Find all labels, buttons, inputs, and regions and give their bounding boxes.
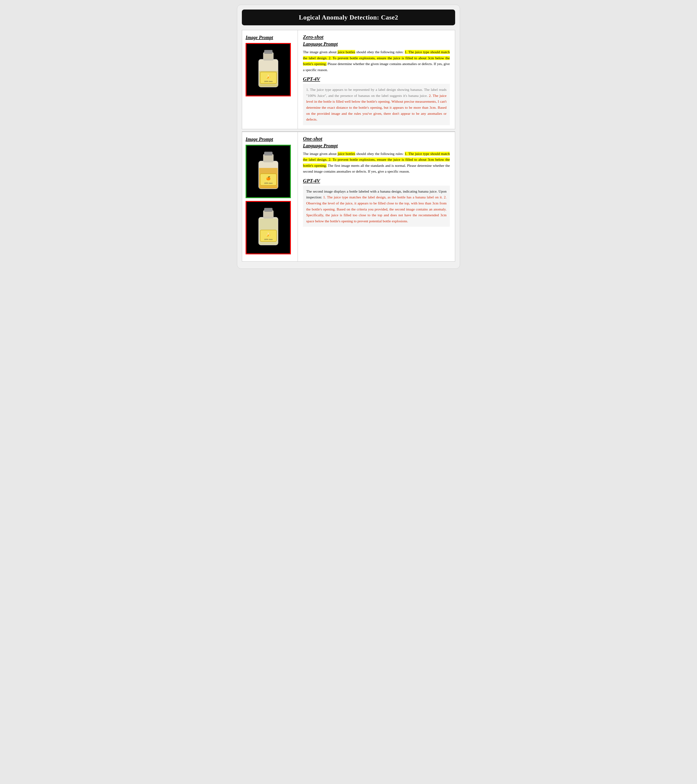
left-col-2: Image Prompt 🍊 xyxy=(242,132,298,261)
prompt-text-2: The image given about juice bottles shou… xyxy=(303,151,450,175)
svg-rect-5 xyxy=(259,85,278,87)
one-shot-label: One-shot xyxy=(303,136,450,142)
bottle-svg-2a: 🍊 100% Juice xyxy=(250,147,287,196)
bottle-image-1: 🍌 100% Juice xyxy=(246,43,291,96)
svg-text:100% Juice: 100% Juice xyxy=(264,239,272,240)
bottle-image-2a: 🍊 100% Juice xyxy=(246,145,291,198)
svg-text:🍌: 🍌 xyxy=(266,74,271,79)
page-title: Logical Anomaly Detection: Case2 xyxy=(249,14,448,21)
svg-rect-14 xyxy=(264,152,272,155)
right-col-2: One-shot Language Prompt The image given… xyxy=(298,132,455,261)
prompt-highlight-juice-2: juice bottles xyxy=(338,152,355,156)
prompt-middle-2: should obey the following rules: xyxy=(355,152,405,156)
bottle-svg-2b: 🍌 100% Juice xyxy=(250,203,287,252)
image-prompt-label-1: Image Prompt xyxy=(246,35,273,40)
prompt-middle-1: should obey the following rules: xyxy=(355,50,405,54)
svg-rect-3 xyxy=(264,50,272,54)
prompt-before-2: The image given about xyxy=(303,152,338,156)
left-col-1: Image Prompt xyxy=(242,30,298,129)
title-bar: Logical Anomaly Detection: Case2 xyxy=(242,10,455,25)
svg-text:🍊: 🍊 xyxy=(266,176,271,181)
gpt-red-2: 1. The juice type matches the label desi… xyxy=(306,195,447,223)
gpt-green-1: 1. The juice type appears to be represen… xyxy=(306,87,447,97)
zero-shot-label: Zero-shot xyxy=(303,34,450,40)
svg-rect-16 xyxy=(259,186,278,188)
bottle-image-2b: 🍌 100% Juice xyxy=(246,201,291,254)
svg-rect-25 xyxy=(264,208,272,212)
gpt-label-1: GPT-4V xyxy=(303,76,450,82)
svg-text:🍌: 🍌 xyxy=(266,232,271,237)
right-col-1: Zero-shot Language Prompt The image give… xyxy=(298,30,455,129)
gpt-red-1: 2. The juice level in the bottle is fill… xyxy=(306,94,447,121)
svg-text:100% Juice: 100% Juice xyxy=(264,182,272,184)
language-prompt-label-1: Language Prompt xyxy=(303,41,450,47)
prompt-text-1: The image given about juice bottles shou… xyxy=(303,49,450,73)
language-prompt-label-2: Language Prompt xyxy=(303,143,450,148)
case-section-1: Image Prompt xyxy=(242,30,455,129)
case-section-2: Image Prompt 🍊 xyxy=(242,132,455,262)
prompt-before-1: The image given about xyxy=(303,50,338,54)
gpt-response-2: The second image displays a bottle label… xyxy=(303,186,450,227)
svg-rect-27 xyxy=(259,243,278,245)
gpt-response-1: 1. The juice type appears to be represen… xyxy=(303,84,450,125)
svg-text:100% Juice: 100% Juice xyxy=(264,81,272,82)
image-prompt-label-2: Image Prompt xyxy=(246,137,273,142)
main-container: Logical Anomaly Detection: Case2 Image P… xyxy=(237,5,460,269)
bottle-svg-1: 🍌 100% Juice xyxy=(250,45,287,94)
gpt-label-2: GPT-4V xyxy=(303,178,450,184)
prompt-highlight-juice-1: juice bottles xyxy=(338,50,355,54)
